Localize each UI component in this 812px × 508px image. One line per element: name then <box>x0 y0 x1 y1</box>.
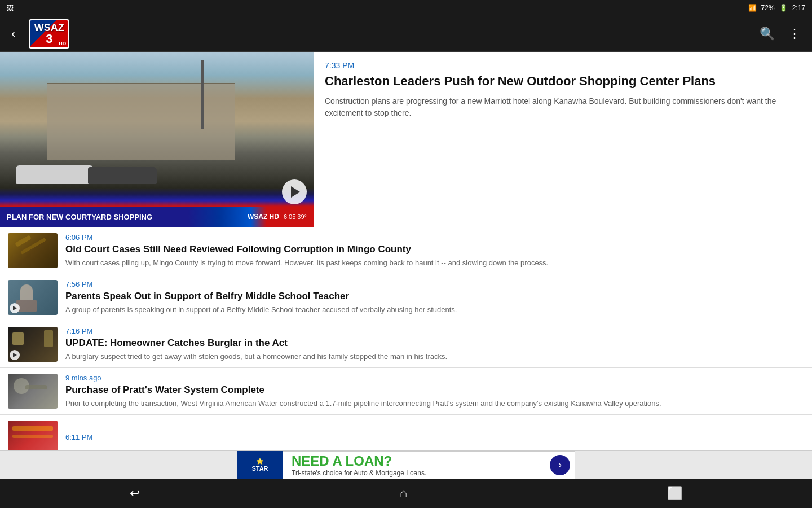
play-icon-2 <box>13 306 17 310</box>
search-button[interactable]: 🔍 <box>755 22 779 46</box>
app-logo[interactable]: WSAZ 3 HD <box>29 19 69 49</box>
story-content-5: 6:11 PM <box>65 433 804 444</box>
status-icon: 🖼 <box>7 4 14 12</box>
nav-home-icon: ⌂ <box>400 486 407 501</box>
search-icon: 🔍 <box>760 27 775 41</box>
ad-headline: NEED A LOAN? <box>292 453 541 469</box>
story-title-1: Old Court Cases Still Need Reviewed Foll… <box>65 243 804 255</box>
story-content-1: 6:06 PM Old Court Cases Still Need Revie… <box>65 233 804 268</box>
ad-headline-text: NEED A <box>292 453 346 468</box>
overlay-temp: 6:05 39° <box>284 213 307 220</box>
nav-recent-button[interactable]: ⬜ <box>649 481 700 505</box>
logo-hd: HD <box>59 41 66 46</box>
video-icon-3 <box>10 350 20 360</box>
story-content-4: 9 mins ago Purchase of Pratt's Water Sys… <box>65 374 804 408</box>
content-area: PLAN FOR NEW COURTYARD SHOPPING WSAZ HD … <box>0 52 812 479</box>
battery-level: 72% <box>761 4 775 12</box>
featured-story-description: Construction plans are progressing for a… <box>325 95 801 119</box>
featured-story-info: 7:33 PM Charleston Leaders Push for New … <box>314 52 812 227</box>
story-title-3: UPDATE: Homeowner Catches Burglar in the… <box>65 337 804 349</box>
story-time-1: 6:06 PM <box>65 233 804 242</box>
story-item-2[interactable]: 7:56 PM Parents Speak Out in Support of … <box>0 274 812 321</box>
nav-bar: ↩ ⌂ ⬜ <box>0 479 812 508</box>
app-bar-actions: 🔍 ⋮ <box>755 22 805 46</box>
menu-button[interactable]: ⋮ <box>784 22 805 46</box>
back-button[interactable]: ‹ <box>7 22 20 46</box>
battery-icon: 🔋 <box>779 4 788 12</box>
story-thumbnail-4 <box>8 374 58 409</box>
status-bar-left: 🖼 <box>7 4 14 12</box>
story-time-5: 6:11 PM <box>65 433 804 441</box>
clock: 2:17 <box>792 4 805 12</box>
ad-logo-text: ⭐STAR <box>251 458 268 472</box>
ad-headline-green: LOAN? <box>346 453 392 468</box>
nav-home-button[interactable]: ⌂ <box>382 481 425 505</box>
overflow-menu-icon: ⋮ <box>788 27 801 41</box>
story-desc-3: A burglary suspect tried to get away wit… <box>65 352 804 362</box>
play-triangle-icon <box>291 186 300 198</box>
construction-image <box>0 52 314 207</box>
ad-content: ⭐STAR NEED A LOAN? Tri-state's choice fo… <box>237 451 575 479</box>
story-item-4[interactable]: 9 mins ago Purchase of Pratt's Water Sys… <box>0 368 812 415</box>
story-desc-1: With court cases piling up, Mingo County… <box>65 258 804 268</box>
story-desc-2: A group of parents is speaking out in su… <box>65 305 804 315</box>
play-icon-3 <box>13 353 17 357</box>
story-time-3: 7:16 PM <box>65 327 804 335</box>
overlay-text: PLAN FOR NEW COURTYARD SHOPPING <box>7 213 248 221</box>
story-content-3: 7:16 PM UPDATE: Homeowner Catches Burgla… <box>65 327 804 361</box>
nav-back-button[interactable]: ↩ <box>112 481 158 505</box>
nav-recent-icon: ⬜ <box>667 486 682 501</box>
video-icon-2 <box>10 303 20 313</box>
story-thumbnail-1 <box>8 233 58 268</box>
story-desc-4: Prior to completing the transaction, Wes… <box>65 398 804 409</box>
ad-logo: ⭐STAR <box>237 451 283 479</box>
story-time-2: 7:56 PM <box>65 280 804 288</box>
story-content-2: 7:56 PM Parents Speak Out in Support of … <box>65 280 804 314</box>
status-bar: 🖼 📶 72% 🔋 2:17 <box>0 0 812 16</box>
ad-banner[interactable]: ⭐STAR NEED A LOAN? Tri-state's choice fo… <box>0 450 812 479</box>
story-thumbnail-3 <box>8 327 58 362</box>
story-item-1[interactable]: 6:06 PM Old Court Cases Still Need Revie… <box>0 227 812 274</box>
featured-overlay-bar: PLAN FOR NEW COURTYARD SHOPPING WSAZ HD … <box>0 207 314 227</box>
nav-back-icon: ↩ <box>130 486 140 501</box>
signal-icon: 📶 <box>748 4 757 12</box>
story-time-4: 9 mins ago <box>65 374 804 382</box>
featured-story-title: Charleston Leaders Push for New Outdoor … <box>325 73 801 90</box>
ad-text: NEED A LOAN? Tri-state's choice for Auto… <box>283 453 550 477</box>
featured-story-time: 7:33 PM <box>325 61 801 70</box>
ad-subtext: Tri-state's choice for Auto & Mortgage L… <box>292 469 541 477</box>
ad-arrow-button[interactable]: › <box>550 455 570 475</box>
story-thumbnail-2 <box>8 280 58 315</box>
logo-wsaz: WSAZ <box>34 23 64 33</box>
featured-play-button[interactable] <box>282 179 307 204</box>
story-title-2: Parents Speak Out in Support of Belfry M… <box>65 290 804 302</box>
featured-thumbnail: PLAN FOR NEW COURTYARD SHOPPING WSAZ HD … <box>0 52 314 227</box>
story-item-3[interactable]: 7:16 PM UPDATE: Homeowner Catches Burgla… <box>0 321 812 368</box>
overlay-logo: WSAZ HD <box>248 213 279 221</box>
app-bar: ‹ WSAZ 3 HD 🔍 ⋮ <box>0 16 812 52</box>
featured-story[interactable]: PLAN FOR NEW COURTYARD SHOPPING WSAZ HD … <box>0 52 812 227</box>
story-title-4: Purchase of Pratt's Water System Complet… <box>65 384 804 396</box>
status-bar-right: 📶 72% 🔋 2:17 <box>748 4 805 12</box>
